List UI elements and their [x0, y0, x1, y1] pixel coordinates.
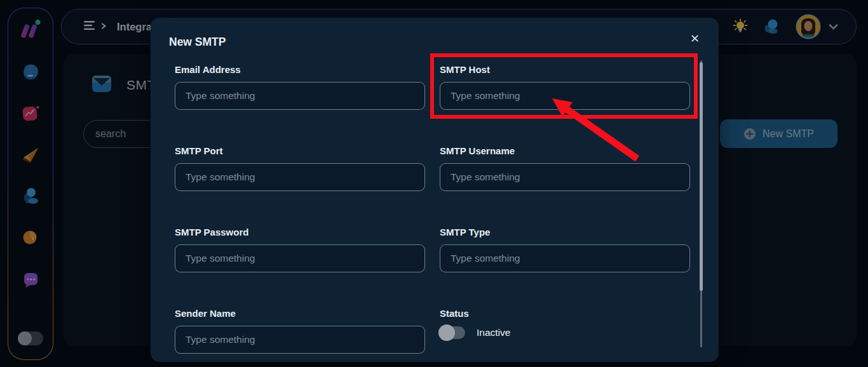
smtp-host-label: SMTP Host [440, 63, 690, 76]
email-address-field: Email Address [175, 63, 425, 110]
modal-scrollbar-thumb[interactable] [700, 62, 703, 291]
sender-name-label: Sender Name [175, 307, 425, 320]
new-smtp-modal: New SMTP ✕ Email Address SMTP Host SMTP … [151, 18, 719, 362]
email-address-label: Email Address [175, 63, 425, 76]
smtp-password-label: SMTP Password [175, 226, 425, 239]
status-toggle-row: Inactive [440, 326, 690, 339]
email-address-input[interactable] [175, 82, 425, 110]
app-root: Integra [0, 0, 868, 367]
smtp-host-field: SMTP Host [440, 63, 690, 110]
smtp-username-label: SMTP Username [440, 145, 690, 157]
smtp-port-field: SMTP Port [175, 145, 425, 191]
status-value: Inactive [477, 327, 510, 338]
smtp-password-input[interactable] [175, 244, 425, 272]
smtp-port-input[interactable] [175, 163, 425, 191]
smtp-type-label: SMTP Type [440, 226, 690, 239]
smtp-form: Email Address SMTP Host SMTP Port SMTP U… [175, 63, 690, 354]
smtp-port-label: SMTP Port [175, 145, 425, 157]
smtp-username-input[interactable] [440, 163, 690, 191]
sender-name-field: Sender Name [175, 307, 425, 354]
status-toggle-knob [438, 324, 455, 341]
smtp-username-field: SMTP Username [440, 145, 690, 191]
smtp-password-field: SMTP Password [175, 226, 425, 272]
sender-name-input[interactable] [175, 326, 425, 354]
close-icon[interactable]: ✕ [690, 33, 700, 44]
status-label: Status [440, 307, 690, 320]
smtp-type-field: SMTP Type [440, 226, 690, 272]
smtp-host-input[interactable] [440, 82, 690, 110]
modal-title: New SMTP [169, 36, 226, 49]
status-toggle[interactable] [440, 326, 465, 339]
status-field: Status Inactive [440, 307, 690, 354]
smtp-type-input[interactable] [440, 244, 690, 272]
